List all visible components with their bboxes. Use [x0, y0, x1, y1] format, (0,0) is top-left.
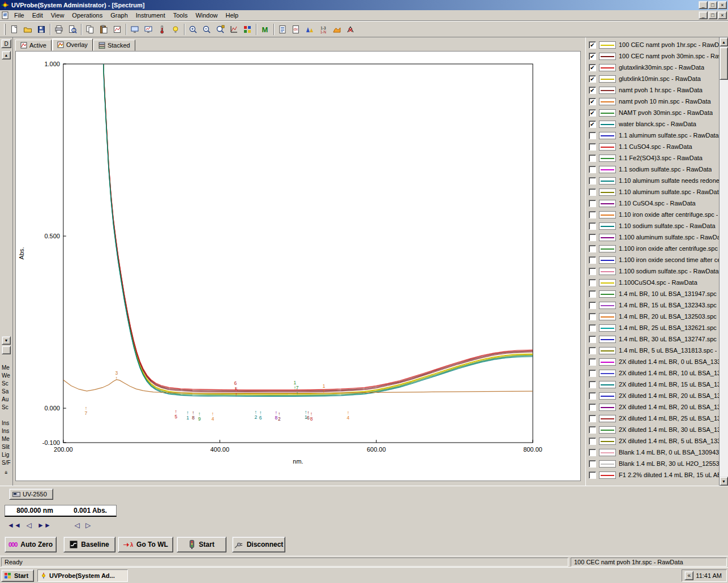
menu-window[interactable]: Window [191, 11, 221, 20]
dock-scroll-up-icon[interactable]: ▲ [2, 51, 11, 59]
disconnect-button[interactable]: Disconnect [232, 537, 285, 552]
spectrum-list-item[interactable]: ✔100 CEC namt pvoh 1hr.spc - RawData [586, 39, 719, 50]
spectrum-list-item[interactable]: 1.4 mL BR, 25 uL BSA_132621.spc [586, 322, 719, 333]
toolbar-macro-button[interactable]: M [258, 23, 272, 36]
scroll-down-icon[interactable]: ▼ [720, 477, 728, 486]
toolbar-save-button[interactable] [35, 23, 48, 36]
file-list-scrollbar[interactable]: ▲ ▼ [719, 37, 728, 486]
spectrum-checkbox[interactable]: ✔ [589, 121, 596, 128]
spectrum-list-item[interactable]: 2X diluted 1.4 mL BR, 20 uL BSA_13 [586, 390, 719, 401]
spectrum-list-item[interactable]: 2X diluted 1.4 mL BR, 10 uL BSA_13 [586, 367, 719, 379]
start-button[interactable]: Start [177, 537, 226, 552]
spectrum-list-item[interactable]: 1.100 iron oxide second time after ce [586, 254, 719, 265]
dock-scroll-down-icon[interactable]: ▼ [2, 336, 11, 345]
spectrum-list-item[interactable]: ✔namt pvoh 10 min.spc - RawData [586, 96, 719, 107]
spectrum-checkbox[interactable] [589, 324, 596, 332]
spectrum-checkbox[interactable] [589, 471, 596, 479]
toolbar-graph-properties-button[interactable] [110, 23, 124, 36]
toolbar-thermometer-button[interactable] [155, 23, 169, 36]
spectrum-checkbox[interactable]: ✔ [589, 75, 596, 83]
spectrum-checkbox[interactable] [589, 404, 596, 411]
spectrum-checkbox[interactable]: ✔ [589, 41, 596, 49]
spectrum-list-item[interactable]: ✔NAMT pvoh 30min.spc - RawData [586, 107, 719, 118]
spectrum-list-item[interactable]: 1.100 aluminum sulfate.spc - RawData [586, 232, 719, 243]
menu-edit[interactable]: Edit [28, 11, 47, 20]
toolbar-connect-instrument-button[interactable] [128, 23, 142, 36]
spectrum-list-item[interactable]: ✔namt pvoh 1 hr.spc - RawData [586, 84, 719, 96]
spectrum-checkbox[interactable] [589, 426, 596, 434]
spectrum-list-item[interactable]: Blank 1.4 mL BR, 30 uL H2O_12553 [586, 458, 719, 469]
spectrum-checkbox[interactable] [589, 415, 596, 422]
restore-button[interactable]: □ [708, 1, 717, 9]
spectrum-list-item[interactable]: 1.100 iron oxide after centrifuge.spc [586, 243, 719, 254]
menu-instrument[interactable]: Instrument [132, 11, 169, 20]
toolbar-zoom-reset-button[interactable] [213, 23, 227, 36]
spectrum-checkbox[interactable] [589, 290, 596, 298]
spectrum-checkbox[interactable]: ✔ [589, 98, 596, 105]
spectrum-checkbox[interactable] [589, 358, 596, 366]
scroll-thumb[interactable] [720, 47, 728, 80]
spectrum-list-item[interactable]: ✔water blanck.spc - RawData [586, 118, 719, 130]
spectrum-list-item[interactable]: 1.1 Fe2(SO4)3.spc - RawData [586, 152, 719, 164]
instrument-button[interactable]: UV-2550 [9, 488, 53, 500]
spectrum-checkbox[interactable] [589, 177, 596, 185]
spectrum-list-item[interactable]: 1.4 mL BR, 30 uL BSA_132747.spc [586, 333, 719, 345]
spectrum-list-item[interactable]: 2X diluted 1.4 mL BR, 25 uL BSA_13 [586, 413, 719, 424]
spectrum-list-item[interactable]: ✔100 CEC namt pvoh 30min.spc - RawData [586, 50, 719, 62]
spectrum-list-item[interactable]: 1.10 aluminum sulfate needs redone. [586, 175, 719, 186]
toolbar-copy-button[interactable] [83, 23, 97, 36]
spectrum-list-item[interactable]: 1.4 mL BR, 20 uL BSA_132503.spc [586, 311, 719, 322]
toolbar-zoom-out-button[interactable] [200, 23, 213, 36]
toolbar-instrument-monitor-button[interactable] [142, 23, 155, 36]
toolbar-peak-reject-button[interactable] [344, 23, 357, 36]
toolbar-open-folder-button[interactable] [21, 23, 35, 36]
toolbar-report-button[interactable] [276, 23, 289, 36]
spectrum-checkbox[interactable] [589, 188, 596, 196]
scroll-up-icon[interactable]: ▲ [720, 37, 728, 46]
spectrum-checkbox[interactable] [589, 256, 596, 264]
menu-operations[interactable]: Operations [68, 11, 106, 20]
spectrum-list-item[interactable]: 1.10 sodium sulfate.spc - RawData [586, 220, 719, 232]
spectrum-list-item[interactable]: 2X diluted 1.4 mL BR, 0 uL BSA_133 [586, 356, 719, 367]
mdi-close-button[interactable]: × [718, 11, 727, 19]
toolbar-paste-button[interactable] [97, 23, 110, 36]
spectrum-list-item[interactable]: ✔glutxlink10min.spc - RawData [586, 73, 719, 84]
document-icon[interactable] [1, 11, 9, 19]
spectrum-list-item[interactable]: 2X diluted 1.4 mL BR, 5 uL BSA_133 [586, 435, 719, 447]
mdi-minimize-button[interactable]: _ [699, 11, 708, 19]
toolbar-print-button[interactable] [52, 23, 66, 36]
spectrum-list-item[interactable]: 1.4 mL BR, 5 uL BSA_131813.spc - [586, 345, 719, 356]
menu-graph[interactable]: Graph [106, 11, 132, 20]
menu-file[interactable]: File [10, 11, 28, 20]
spectrum-list-item[interactable]: 1.4 mL BR, 15 uL BSA_132343.spc [586, 299, 719, 311]
spectrum-checkbox[interactable] [589, 460, 596, 468]
taskbar-task-uvprobe[interactable]: UVProbe(System Ad... [37, 569, 128, 582]
spectrum-checkbox[interactable] [589, 200, 596, 207]
toolbar-scale-axes-button[interactable] [227, 23, 241, 36]
nav-step-fwd-icon[interactable]: ▷ [84, 521, 92, 529]
spectrum-list-item[interactable]: 1.4 mL BR, 10 uL BSA_131947.spc [586, 288, 719, 299]
goto-wl-button[interactable]: λ Go To WL [118, 537, 173, 552]
spectrum-checkbox[interactable] [589, 392, 596, 400]
menu-tools[interactable]: Tools [169, 11, 192, 20]
spectrum-list-item[interactable]: Blank 1.4 mL BR, 0 uL BSA_130943 [586, 447, 719, 458]
spectrum-checkbox[interactable]: ✔ [589, 64, 596, 71]
spectrum-list-item[interactable]: 2X diluted 1.4 mL BR, 30 uL BSA_13 [586, 424, 719, 435]
spectrum-chart-panel[interactable]: 200.00400.00600.00800.001.0000.5000.000-… [15, 51, 581, 481]
toolbar-print-preview-button[interactable] [66, 23, 79, 36]
spectrum-checkbox[interactable] [589, 279, 596, 286]
dock-header[interactable]: D [1, 39, 11, 48]
spectrum-checkbox[interactable] [589, 347, 596, 354]
nav-step-back-icon[interactable]: ◁ [73, 521, 82, 529]
spectrum-checkbox[interactable]: ✔ [589, 109, 596, 117]
spectrum-list-item[interactable]: F1 2.2% diluted 1.4 mL BR, 15 uL AB [586, 469, 719, 481]
spectrum-checkbox[interactable] [589, 302, 596, 309]
minimize-button[interactable]: _ [699, 1, 708, 9]
spectrum-list-item[interactable]: 2X diluted 1.4 mL BR, 20 uL BSA_13 [586, 401, 719, 413]
spectrum-list-item[interactable]: 1.1 aluminum sulfate.spc - RawData [586, 130, 719, 141]
toolbar-chart-colors-button[interactable] [241, 23, 254, 36]
toolbar-new-document-button[interactable] [7, 23, 21, 36]
toolbar-derivative-dx-button[interactable]: dx [289, 23, 303, 36]
toolbar-lamp-button[interactable] [169, 23, 182, 36]
spectrum-checkbox[interactable] [589, 370, 596, 377]
